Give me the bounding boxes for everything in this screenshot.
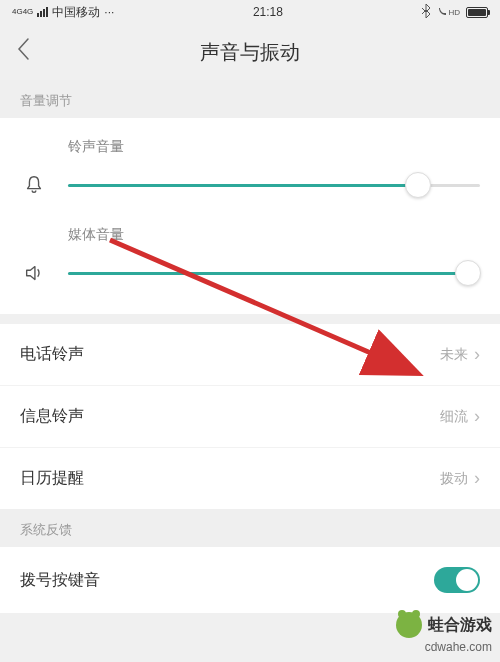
media-volume-slider[interactable] xyxy=(68,272,480,275)
volume-panel: 铃声音量 媒体音量 xyxy=(0,118,500,314)
message-ringtone-item[interactable]: 信息铃声 细流 › xyxy=(0,386,500,448)
carrier-label: 中国移动 xyxy=(52,4,100,21)
status-left: 4G4G 中国移动 ··· xyxy=(12,4,114,21)
back-button[interactable] xyxy=(16,37,30,67)
bluetooth-icon xyxy=(421,4,431,21)
ringtone-volume-label: 铃声音量 xyxy=(68,138,480,156)
phone-ringtone-item[interactable]: 电话铃声 未来 › xyxy=(0,324,500,386)
feedback-list: 拨号按键音 xyxy=(0,547,500,613)
calendar-alert-value: 拨动 xyxy=(440,470,468,488)
ringtone-list: 电话铃声 未来 › 信息铃声 细流 › 日历提醒 拨动 › xyxy=(0,324,500,509)
watermark-name: 蛙合游戏 xyxy=(428,615,492,636)
page-title: 声音与振动 xyxy=(200,39,300,66)
ringtone-volume-slider[interactable] xyxy=(68,184,480,187)
ringtone-volume-group: 铃声音量 xyxy=(20,138,480,196)
status-time: 21:18 xyxy=(253,5,283,19)
watermark-url: cdwahe.com xyxy=(396,640,492,654)
status-dots: ··· xyxy=(104,5,114,19)
phone-ringtone-label: 电话铃声 xyxy=(20,344,84,365)
bell-icon xyxy=(20,174,48,196)
status-right: HD xyxy=(421,4,488,21)
section-header-feedback: 系统反馈 xyxy=(0,509,500,547)
speaker-icon xyxy=(20,262,48,284)
watermark: 蛙合游戏 cdwahe.com xyxy=(396,612,492,654)
calendar-alert-item[interactable]: 日历提醒 拨动 › xyxy=(0,448,500,509)
section-header-volume: 音量调节 xyxy=(0,80,500,118)
chevron-right-icon: › xyxy=(474,468,480,489)
dialpad-sound-toggle[interactable] xyxy=(434,567,480,593)
message-ringtone-label: 信息铃声 xyxy=(20,406,84,427)
frog-icon xyxy=(396,612,422,638)
battery-icon xyxy=(466,7,488,18)
calendar-alert-label: 日历提醒 xyxy=(20,468,84,489)
dialpad-sound-item: 拨号按键音 xyxy=(0,547,500,613)
hd-call-icon: HD xyxy=(437,7,460,17)
media-volume-group: 媒体音量 xyxy=(20,226,480,284)
status-bar: 4G4G 中国移动 ··· 21:18 HD xyxy=(0,0,500,24)
phone-ringtone-value: 未来 xyxy=(440,346,468,364)
chevron-right-icon: › xyxy=(474,344,480,365)
message-ringtone-value: 细流 xyxy=(440,408,468,426)
signal-bars-icon xyxy=(37,7,48,17)
header: 声音与振动 xyxy=(0,24,500,80)
dialpad-sound-label: 拨号按键音 xyxy=(20,570,100,591)
chevron-right-icon: › xyxy=(474,406,480,427)
signal-4g-icon: 4G4G xyxy=(12,8,33,16)
media-volume-label: 媒体音量 xyxy=(68,226,480,244)
